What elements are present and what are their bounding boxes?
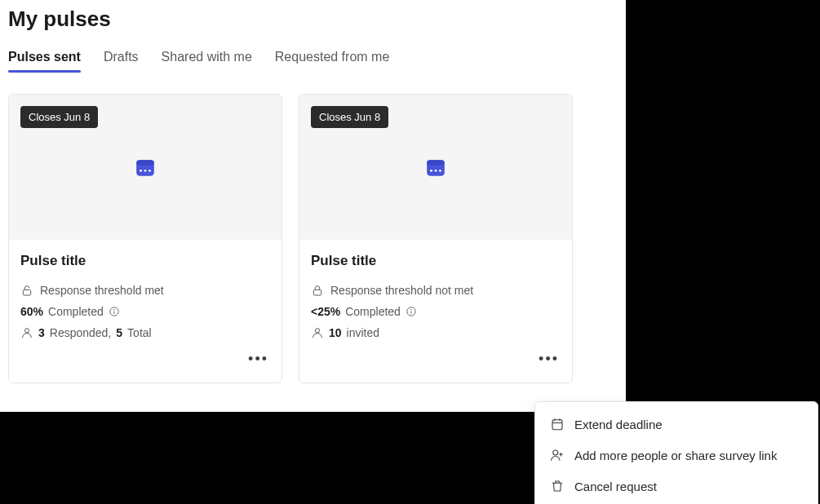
card-header: Closes Jun 8 bbox=[9, 95, 281, 240]
menu-label: Add more people or share survey link bbox=[574, 449, 777, 462]
trash-icon bbox=[550, 479, 565, 493]
extend-icon bbox=[550, 417, 565, 431]
svg-point-14 bbox=[439, 170, 441, 172]
completed-label: Completed bbox=[48, 305, 104, 318]
context-menu: Extend deadline Add more people or share… bbox=[534, 401, 818, 504]
invited-label: invited bbox=[347, 326, 379, 339]
svg-point-8 bbox=[113, 309, 114, 310]
responded-row: 3 Responded, 5 Total bbox=[20, 326, 270, 339]
people-icon bbox=[550, 448, 565, 462]
info-icon[interactable] bbox=[109, 306, 120, 317]
responded-num: 3 bbox=[38, 326, 45, 339]
svg-rect-15 bbox=[313, 290, 321, 295]
card-footer: ••• bbox=[299, 347, 572, 382]
svg-rect-20 bbox=[552, 420, 562, 430]
tab-pulses-sent[interactable]: Pulses sent bbox=[8, 46, 81, 73]
more-options-button[interactable]: ••• bbox=[537, 347, 561, 371]
person-icon bbox=[311, 326, 324, 339]
card-body: Pulse title Response threshold met 60% C… bbox=[9, 240, 281, 347]
card-footer: ••• bbox=[9, 347, 281, 382]
info-icon[interactable] bbox=[406, 306, 417, 317]
calendar-icon bbox=[425, 157, 446, 178]
svg-rect-5 bbox=[23, 290, 30, 295]
threshold-row: Response threshold not met bbox=[311, 284, 561, 297]
svg-point-4 bbox=[148, 170, 151, 172]
svg-point-18 bbox=[411, 309, 412, 310]
pulse-title: Pulse title bbox=[311, 253, 561, 269]
svg-point-2 bbox=[140, 170, 142, 172]
menu-extend-deadline[interactable]: Extend deadline bbox=[535, 409, 818, 440]
completed-row: 60% Completed bbox=[20, 305, 270, 318]
invited-num: 10 bbox=[329, 326, 342, 339]
total-label: Total bbox=[127, 326, 152, 339]
closes-badge: Closes Jun 8 bbox=[311, 106, 388, 128]
completed-label: Completed bbox=[345, 305, 401, 318]
threshold-label: Response threshold not met bbox=[330, 284, 473, 297]
menu-add-people[interactable]: Add more people or share survey link bbox=[535, 440, 818, 471]
svg-point-24 bbox=[553, 450, 558, 455]
tab-shared-with-me[interactable]: Shared with me bbox=[162, 46, 252, 73]
svg-point-12 bbox=[430, 170, 432, 172]
lock-icon bbox=[311, 284, 324, 297]
invited-row: 10 invited bbox=[311, 326, 561, 339]
crop-mask-right bbox=[626, 0, 820, 412]
completed-pct: 60% bbox=[20, 305, 43, 318]
total-num: 5 bbox=[116, 326, 122, 339]
card-header: Closes Jun 8 bbox=[299, 95, 572, 240]
cards-container: Closes Jun 8 Pulse title Response thre bbox=[8, 94, 612, 383]
svg-point-3 bbox=[144, 170, 147, 172]
threshold-row: Response threshold met bbox=[20, 284, 270, 297]
pulse-title: Pulse title bbox=[20, 253, 270, 269]
svg-point-19 bbox=[315, 329, 319, 333]
menu-label: Cancel request bbox=[574, 480, 657, 493]
svg-rect-1 bbox=[136, 160, 154, 166]
threshold-label: Response threshold met bbox=[40, 284, 164, 297]
completed-row: <25% Completed bbox=[311, 305, 561, 318]
menu-label: Extend deadline bbox=[574, 418, 663, 431]
card-body: Pulse title Response threshold not met <… bbox=[299, 240, 572, 347]
tabs-bar: Pulses sent Drafts Shared with me Reques… bbox=[8, 46, 612, 73]
tab-drafts[interactable]: Drafts bbox=[104, 46, 139, 73]
pulse-card[interactable]: Closes Jun 8 Pulse title Response thre bbox=[8, 94, 282, 383]
svg-point-13 bbox=[435, 170, 437, 172]
person-icon bbox=[20, 326, 33, 339]
responded-label: Responded, bbox=[50, 326, 112, 339]
page-title: My pulses bbox=[8, 7, 612, 32]
menu-cancel-request[interactable]: Cancel request bbox=[535, 471, 818, 502]
tab-requested-from-me[interactable]: Requested from me bbox=[275, 46, 390, 73]
more-options-button[interactable]: ••• bbox=[246, 347, 270, 371]
svg-rect-11 bbox=[427, 160, 445, 166]
closes-badge: Closes Jun 8 bbox=[20, 106, 98, 128]
calendar-icon bbox=[135, 157, 156, 178]
completed-pct: <25% bbox=[311, 305, 340, 318]
svg-point-9 bbox=[24, 329, 29, 333]
unlock-icon bbox=[20, 284, 33, 297]
pulse-card[interactable]: Closes Jun 8 Pulse title Response thre bbox=[299, 94, 573, 383]
